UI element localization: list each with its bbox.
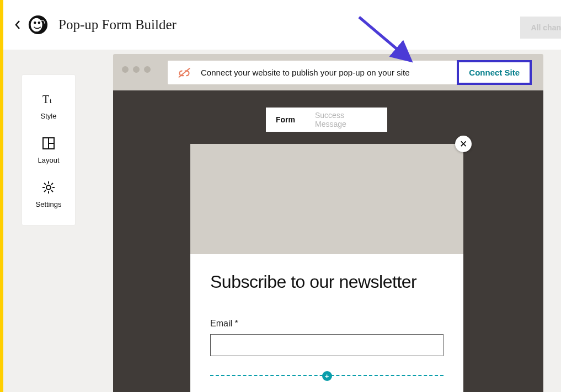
svg-line-16 — [51, 183, 53, 185]
plus-icon: + — [325, 372, 329, 380]
browser-dot — [144, 66, 151, 73]
email-label: Email * — [210, 319, 444, 329]
side-panel: T t Style Layout Sett — [22, 75, 75, 225]
connect-bar: Connect your website to publish your pop… — [168, 61, 532, 84]
svg-line-15 — [51, 190, 53, 192]
svg-point-1 — [31, 18, 42, 32]
popup-body: Subscribe to our newsletter Email * + — [190, 254, 463, 376]
browser-dot — [122, 66, 129, 73]
layout-icon — [41, 136, 56, 151]
tab-success-message[interactable]: Success Message — [305, 111, 387, 128]
content-area: T t Style Layout Sett — [3, 50, 561, 392]
sidebar-item-label: Style — [41, 112, 57, 120]
svg-line-14 — [44, 183, 46, 185]
svg-point-2 — [34, 22, 36, 24]
svg-text:t: t — [50, 96, 52, 105]
popup-heading[interactable]: Subscribe to our newsletter — [210, 272, 444, 292]
tab-form[interactable]: Form — [266, 115, 305, 124]
mailchimp-logo-icon — [28, 14, 49, 35]
svg-line-17 — [44, 190, 46, 192]
svg-point-3 — [38, 22, 41, 24]
app-header: Pop-up Form Builder All chan — [3, 0, 561, 50]
page-title: Pop-up Form Builder — [58, 17, 177, 33]
sidebar-item-label: Settings — [36, 200, 62, 208]
svg-point-9 — [46, 185, 51, 190]
popup-card: ✕ Subscribe to our newsletter Email * + — [190, 144, 463, 392]
close-button[interactable]: ✕ — [455, 136, 472, 152]
sidebar-item-style[interactable]: T t Style — [41, 92, 57, 120]
back-chevron-icon[interactable] — [14, 20, 21, 30]
add-field-divider: + — [210, 375, 444, 376]
email-field[interactable] — [210, 334, 444, 356]
popup-image-placeholder[interactable] — [190, 144, 463, 254]
type-icon: T t — [41, 92, 56, 106]
add-field-button[interactable]: + — [322, 371, 332, 381]
sidebar-item-layout[interactable]: Layout — [38, 136, 59, 164]
tab-strip: Form Success Message — [266, 108, 387, 132]
preview-browser-shell: Connect your website to publish your pop… — [113, 54, 543, 392]
svg-text:T: T — [42, 93, 49, 105]
close-icon: ✕ — [460, 138, 467, 150]
sidebar-item-label: Layout — [38, 156, 59, 164]
connect-message: Connect your website to publish your pop… — [201, 68, 457, 77]
all-changes-button[interactable]: All chan — [520, 17, 561, 39]
browser-dots — [122, 66, 151, 73]
unlink-icon — [178, 67, 191, 78]
sidebar-item-settings[interactable]: Settings — [36, 180, 62, 208]
connect-site-button[interactable]: Connect Site — [457, 60, 532, 85]
preview-backdrop: Form Success Message ✕ Subscribe to our … — [113, 90, 543, 392]
gear-icon — [41, 180, 56, 195]
browser-dot — [133, 66, 140, 73]
